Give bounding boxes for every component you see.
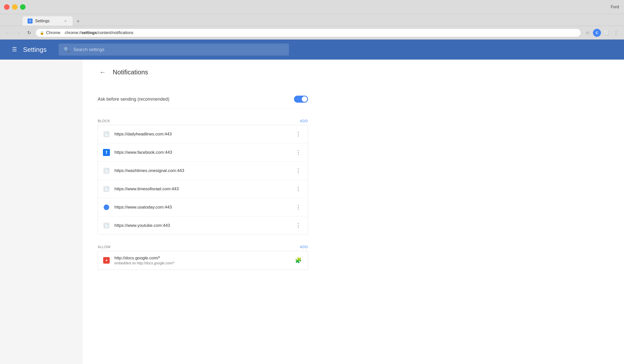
list-item: https://www.usatoday.com:443 ⋮ [98,198,308,217]
list-item: f https://www.facebook.com:443 ⋮ [98,143,308,162]
tab-icon-letter: S [29,19,31,23]
favicon-timesofisrael: 📄 [103,186,110,193]
generic-favicon-icon: 📄 [103,223,109,229]
search-input[interactable] [73,47,284,52]
favicon-googledocs: ✦ [103,257,110,264]
hamburger-button[interactable]: ☰ [12,46,17,53]
search-bar[interactable]: 🔍 [59,44,289,56]
site-url-timesofisrael: https://www.timesofisrael.com:443 [114,187,289,192]
tab-title: Settings [35,19,50,23]
settings-tab[interactable]: S Settings × [23,16,73,26]
generic-favicon-icon: 📄 [103,168,109,174]
block-section: Block ADD 📄 https://dailyheadlines.com:4… [98,119,308,235]
toggle-knob [302,96,307,102]
block-section-label: Block [98,119,110,123]
sidebar [0,60,83,364]
list-item: 📄 https://www.timesofisrael.com:443 ⋮ [98,180,308,198]
list-item: 📄 https://www.youtube.com:443 ⋮ [98,217,308,235]
search-icon: 🔍 [64,47,70,53]
ask-before-sending-row: Ask before sending (recommended) [98,90,308,109]
content-area: ← Notifications Ask before sending (reco… [0,60,624,364]
chrome-menu-button[interactable]: ⋮ [612,29,620,37]
allow-site-list: ✦ http://docs.google.com/* embedded on h… [98,251,308,270]
list-item: 📄 https://dailyheadlines.com:443 ⋮ [98,125,308,143]
addressbar-actions: ☆ C ⬜ ⋮ [583,29,620,37]
circle-favicon-icon [104,205,109,210]
browser-label: Chrome [46,31,60,35]
favicon-washtimes: 📄 [103,167,110,174]
block-site-list: 📄 https://dailyheadlines.com:443 ⋮ f htt… [98,125,308,235]
googledocs-favicon-icon: ✦ [103,257,110,264]
back-to-content-button[interactable]: ← [98,67,108,77]
ask-setting-label: Ask before sending (recommended) [98,97,169,102]
puzzle-button-googledocs[interactable]: 🧩 [294,256,303,265]
main-panel: ← Notifications Ask before sending (reco… [83,60,624,364]
page-header: ← Notifications [98,67,308,77]
extensions-button[interactable]: ⬜ [602,29,610,37]
favicon-youtube: 📄 [103,222,110,229]
more-button-washtimes[interactable]: ⋮ [294,166,303,175]
site-url-dailyheadlines: https://dailyheadlines.com:443 [114,132,289,137]
user-name: Ford [611,5,619,9]
block-add-button[interactable]: ADD [300,119,308,123]
minimize-button[interactable] [12,4,18,10]
tab-favicon: S [28,19,33,24]
page-title: Notifications [113,68,148,76]
favicon-facebook: f [103,149,110,156]
close-button[interactable] [4,4,10,10]
maximize-button[interactable] [20,4,26,10]
settings-header: ☰ Settings 🔍 [0,40,624,60]
allow-section-header: Allow ADD [98,245,308,249]
list-item: ✦ http://docs.google.com/* embedded on h… [98,251,308,270]
allow-section: Allow ADD ✦ http://docs.google.com/* emb… [98,245,308,270]
more-button-youtube[interactable]: ⋮ [294,221,303,230]
site-url-youtube: https://www.youtube.com:443 [114,223,289,228]
url-prefix: chrome:// [65,31,82,35]
allow-add-button[interactable]: ADD [300,245,308,249]
more-button-dailyheadlines[interactable]: ⋮ [294,130,303,139]
generic-favicon-icon: 📄 [103,186,109,192]
url-suffix: /content/notifications [97,31,133,35]
favicon-dailyheadlines: 📄 [103,131,110,138]
chrome-page: ☰ Settings 🔍 ← Notifications Ask before … [0,40,624,364]
refresh-button[interactable]: ↻ [25,29,33,37]
url-bold: settings [81,31,97,35]
address-text: Chrome chrome://settings/content/notific… [46,31,133,35]
list-item: 📄 https://washtimes.onesignal.com:443 ⋮ [98,162,308,180]
site-url-washtimes: https://washtimes.onesignal.com:443 [114,168,289,173]
lock-icon: 🔒 [40,31,44,35]
block-section-header: Block ADD [98,119,308,123]
addressbar-row: ← → ↻ 🔒 Chrome chrome://settings/content… [0,26,624,40]
more-button-facebook[interactable]: ⋮ [294,148,303,157]
site-url-googledocs: http://docs.google.com/* [114,256,289,261]
site-url-usatoday: https://www.usatoday.com:443 [114,205,289,210]
address-bar[interactable]: 🔒 Chrome chrome://settings/content/notif… [36,29,581,37]
bookmark-button[interactable]: ☆ [583,29,591,37]
profile-button[interactable]: C [593,29,601,37]
window-controls [4,4,26,10]
site-url-facebook: https://www.facebook.com:443 [114,150,289,155]
favicon-usatoday [103,204,110,211]
allow-section-label: Allow [98,245,111,249]
more-button-usatoday[interactable]: ⋮ [294,203,303,212]
more-button-timesofisrael[interactable]: ⋮ [294,185,303,194]
ask-toggle[interactable] [294,96,308,103]
new-tab-button[interactable]: + [74,17,83,26]
tab-bar: S Settings × + [0,14,624,26]
forward-button[interactable]: → [15,29,23,37]
site-sublabel-googledocs: embedded on http://docs.google.com/* [114,261,289,265]
generic-favicon-icon: 📄 [103,131,109,137]
titlebar: Ford [0,0,624,14]
tab-close-button[interactable]: × [63,19,68,23]
facebook-favicon-icon: f [103,149,110,156]
back-button[interactable]: ← [4,29,12,37]
settings-title: Settings [23,46,47,54]
site-url-info: http://docs.google.com/* embedded on htt… [114,256,289,265]
notifications-page: ← Notifications Ask before sending (reco… [83,60,323,277]
